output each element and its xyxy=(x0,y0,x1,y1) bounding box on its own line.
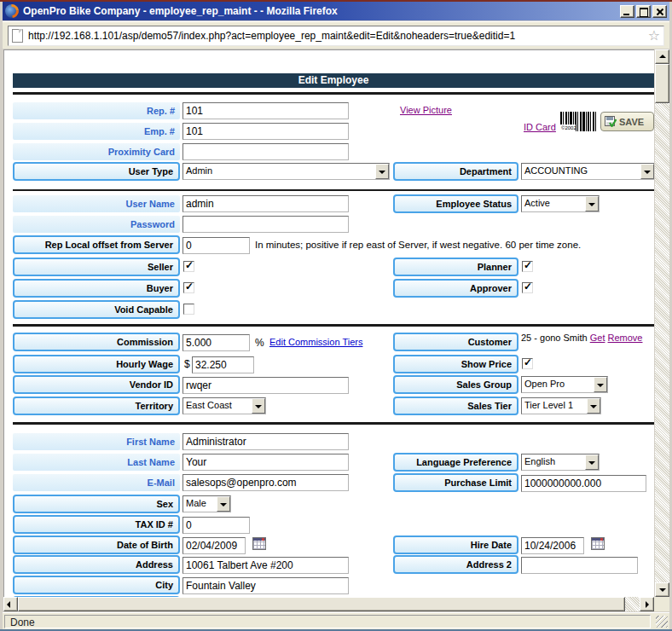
email-input[interactable] xyxy=(182,474,349,491)
hourly-wage-input[interactable] xyxy=(192,356,254,373)
hire-date-input[interactable] xyxy=(521,537,584,554)
sales-group-label: Sales Group xyxy=(393,375,518,394)
commission-label: Commission xyxy=(13,333,180,351)
sex-value: Male xyxy=(183,496,217,512)
sales-tier-select[interactable]: Tier Level 1 xyxy=(521,397,601,414)
dropdown-arrow-icon[interactable] xyxy=(375,164,389,179)
user-name-input[interactable] xyxy=(182,195,349,212)
resize-grip[interactable] xyxy=(656,616,668,628)
purchase-limit-label: Purchase Limit xyxy=(393,473,518,492)
save-button[interactable]: SAVE xyxy=(600,112,654,131)
vendor-id-input[interactable] xyxy=(182,377,349,394)
emp-number-label: Emp. # xyxy=(13,123,180,140)
last-name-input[interactable] xyxy=(182,454,349,471)
department-select[interactable]: ACCOUNTING xyxy=(521,163,654,180)
dropdown-arrow-icon[interactable] xyxy=(252,398,265,414)
url-bar[interactable]: http://192.168.1.101/asp/demo57/index.ph… xyxy=(8,26,664,46)
rep-number-input[interactable] xyxy=(182,102,349,119)
sex-label: Sex xyxy=(13,495,180,513)
minimize-button[interactable] xyxy=(620,5,634,18)
address2-label: Address 2 xyxy=(393,555,518,574)
horizontal-scroll-thumb[interactable] xyxy=(18,597,625,611)
proximity-card-label: Proximity Card xyxy=(13,143,180,160)
commission-input[interactable] xyxy=(182,334,250,351)
sales-group-select[interactable]: Open Pro xyxy=(521,376,608,393)
date-of-birth-input[interactable] xyxy=(182,537,246,554)
rep-offset-input[interactable] xyxy=(182,237,250,254)
first-name-input[interactable] xyxy=(182,433,349,450)
territory-label: Territory xyxy=(13,397,180,415)
password-label: Password xyxy=(13,216,180,233)
horizontal-scrollbar[interactable] xyxy=(3,597,654,611)
password-input[interactable] xyxy=(182,216,349,233)
planner-checkbox[interactable] xyxy=(522,261,533,272)
divider xyxy=(13,324,654,327)
divider xyxy=(13,92,654,95)
close-button[interactable] xyxy=(652,5,667,18)
show-price-checkbox[interactable] xyxy=(522,358,533,369)
dropdown-arrow-icon[interactable] xyxy=(217,496,230,512)
void-capable-checkbox[interactable] xyxy=(183,304,194,315)
rep-number-label: Rep. # xyxy=(13,102,180,119)
calendar-icon[interactable] xyxy=(252,537,266,550)
purchase-limit-input[interactable] xyxy=(521,475,646,492)
dropdown-arrow-icon[interactable] xyxy=(585,196,599,211)
city-input[interactable] xyxy=(182,577,349,594)
dropdown-arrow-icon[interactable] xyxy=(594,377,607,392)
rep-offset-label: Rep Local offset from Server xyxy=(13,235,180,254)
vertical-scroll-thumb[interactable] xyxy=(655,64,669,103)
rep-offset-note: In minutes; positive if rep east of Serv… xyxy=(255,240,581,250)
window-titlebar: OpenPro Bike Company - employee_rep_main… xyxy=(3,2,669,20)
emp-number-input[interactable] xyxy=(182,123,349,140)
last-name-label: Last Name xyxy=(13,454,180,471)
sales-tier-value: Tier Level 1 xyxy=(522,398,587,414)
seller-checkbox[interactable] xyxy=(183,261,194,272)
planner-label: Planner xyxy=(393,258,518,276)
firefox-icon xyxy=(5,4,19,18)
scroll-left-button[interactable] xyxy=(3,597,18,611)
vertical-scrollbar[interactable] xyxy=(655,49,669,597)
edit-commission-tiers-link[interactable]: Edit Commission Tiers xyxy=(269,337,362,347)
buyer-checkbox[interactable] xyxy=(183,282,194,293)
territory-value: East Coast xyxy=(183,398,252,414)
territory-select[interactable]: East Coast xyxy=(182,397,266,414)
view-picture-link[interactable]: View Picture xyxy=(400,105,452,115)
browser-window: OpenPro Bike Company - employee_rep_main… xyxy=(0,0,672,631)
maximize-button[interactable] xyxy=(636,5,651,18)
scroll-right-button[interactable] xyxy=(640,597,654,611)
employee-status-label: Employee Status xyxy=(393,194,518,213)
sex-select[interactable]: Male xyxy=(182,495,231,512)
date-of-birth-label: Date of Birth xyxy=(13,535,180,554)
approver-checkbox[interactable] xyxy=(522,282,533,293)
language-preference-select[interactable]: English xyxy=(521,454,600,471)
customer-remove-link[interactable]: Remove xyxy=(608,333,643,343)
window-controls xyxy=(618,5,667,18)
divider xyxy=(13,422,654,425)
dropdown-arrow-icon[interactable] xyxy=(585,454,599,470)
status-text: Done xyxy=(4,615,651,628)
address-input[interactable] xyxy=(182,557,349,574)
calendar-icon[interactable] xyxy=(591,537,605,550)
scroll-down-button[interactable] xyxy=(655,582,669,597)
tax-id-input[interactable] xyxy=(182,517,250,534)
user-type-select[interactable]: Admin xyxy=(182,163,390,180)
scroll-up-button[interactable] xyxy=(655,49,669,64)
window-title: OpenPro Bike Company - employee_rep_main… xyxy=(23,5,618,17)
customer-get-link[interactable]: Get xyxy=(590,333,605,343)
barcode-image: ©2002 xyxy=(560,112,598,131)
approver-label: Approver xyxy=(393,279,518,298)
address2-input[interactable] xyxy=(521,557,638,574)
bookmark-star-icon[interactable] xyxy=(648,27,660,43)
vendor-id-label: Vendor ID xyxy=(13,375,180,394)
employee-status-value: Active xyxy=(522,196,585,211)
customer-label: Customer xyxy=(393,333,518,351)
employee-status-select[interactable]: Active xyxy=(521,195,600,212)
show-price-label: Show Price xyxy=(393,355,518,373)
hourly-wage-label: Hourly Wage xyxy=(13,355,180,373)
dropdown-arrow-icon[interactable] xyxy=(640,164,654,179)
void-capable-label: Void Capable xyxy=(13,300,180,319)
proximity-card-input[interactable] xyxy=(182,143,349,160)
id-card-link[interactable]: ID Card xyxy=(524,122,556,132)
language-preference-value: English xyxy=(522,454,585,470)
dropdown-arrow-icon[interactable] xyxy=(587,398,600,414)
